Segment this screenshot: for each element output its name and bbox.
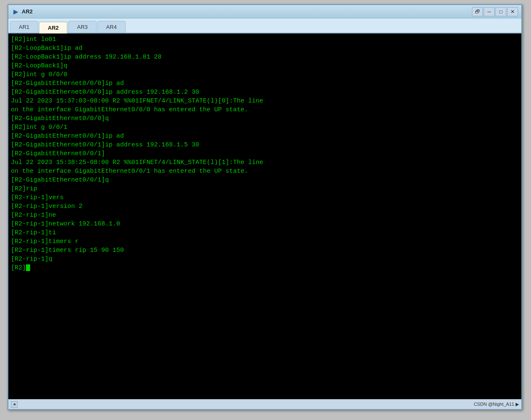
terminal-line: on the interface GigabitEthernet0/0/1 ha… <box>11 167 519 176</box>
terminal-line: [R2-LoopBack1]ip address 192.168.1.81 28 <box>11 53 519 61</box>
maximize-button[interactable]: □ <box>495 7 506 16</box>
terminal-line: [R2-GigabitEthernet0/0/1] <box>11 149 519 158</box>
window-title: AR2 <box>22 8 472 15</box>
terminal-line: Jul 22 2023 15:38:25-08:00 R2 %%01IFNET/… <box>11 158 519 167</box>
terminal-line: [R2]int g 0/0/0 <box>11 70 519 79</box>
title-bar: ▶ AR2 🗗 ─ □ ✕ <box>8 5 521 18</box>
terminal-line: [R2-GigabitEthernet0/0/0]q <box>11 114 519 123</box>
scroll-left-button[interactable]: ◀ <box>11 401 18 408</box>
main-window: ▶ AR2 🗗 ─ □ ✕ AR1 AR2 AR3 AR4 [R2]int lo… <box>8 4 522 410</box>
terminal-line: [R2-rip-1]timers rip 15 90 150 <box>11 246 519 255</box>
terminal-line: [R2-GigabitEthernet0/0/1]q <box>11 176 519 184</box>
terminal-line: [R2-rip-1]ti <box>11 228 519 237</box>
terminal-line: [R2-rip-1]network 192.168.1.0 <box>11 220 519 228</box>
terminal-cursor <box>26 264 30 271</box>
status-bar: ◀ CSDN @Night_A11 ▶ <box>8 399 521 409</box>
terminal-line: [R2-rip-1]version 2 <box>11 202 519 211</box>
status-left: ◀ <box>11 401 474 408</box>
terminal-line: [R2-rip-1]ne <box>11 211 519 220</box>
tab-ar2[interactable]: AR2 <box>39 22 67 33</box>
terminal-content[interactable]: [R2]int lo01[R2-LoopBack1]ip ad[R2-LoopB… <box>8 33 521 399</box>
terminal-line: on the interface GigabitEthernet0/0/0 ha… <box>11 105 519 114</box>
terminal-line: [R2-GigabitEthernet0/0/0]ip ad <box>11 79 519 88</box>
terminal-line: [R2-LoopBack1]ip ad <box>11 44 519 53</box>
terminal-line: [R2]rip <box>11 184 519 193</box>
app-icon: ▶ <box>12 8 19 15</box>
terminal-line: [R2-GigabitEthernet0/0/0]ip address 192.… <box>11 88 519 97</box>
status-right-text: CSDN @Night_A11 ▶ <box>474 402 519 407</box>
terminal-line: [R2]int lo01 <box>11 35 519 44</box>
terminal-line: [R2] <box>11 264 519 272</box>
minimize-button[interactable]: ─ <box>484 7 495 16</box>
tab-bar: AR1 AR2 AR3 AR4 <box>8 18 521 33</box>
window-controls: 🗗 ─ □ ✕ <box>472 7 518 16</box>
tab-ar3[interactable]: AR3 <box>68 21 96 33</box>
restore-button[interactable]: 🗗 <box>472 7 483 16</box>
terminal-line: [R2-rip-1]timers r <box>11 237 519 246</box>
tab-ar1[interactable]: AR1 <box>10 21 38 33</box>
terminal-line: Jul 22 2023 15:37:03-08:00 R2 %%01IFNET/… <box>11 97 519 105</box>
terminal-line: [R2-GigabitEthernet0/0/1]ip ad <box>11 132 519 141</box>
close-button[interactable]: ✕ <box>507 7 518 16</box>
terminal-line: [R2-LoopBack1]q <box>11 61 519 70</box>
terminal-line: [R2-rip-1]q <box>11 255 519 264</box>
terminal-area: [R2]int lo01[R2-LoopBack1]ip ad[R2-LoopB… <box>8 33 521 399</box>
terminal-line: [R2-rip-1]vers <box>11 193 519 202</box>
terminal-line: [R2-GigabitEthernet0/0/1]ip address 192.… <box>11 141 519 149</box>
terminal-line: [R2]int g 0/0/1 <box>11 123 519 132</box>
tab-ar4[interactable]: AR4 <box>97 21 126 33</box>
